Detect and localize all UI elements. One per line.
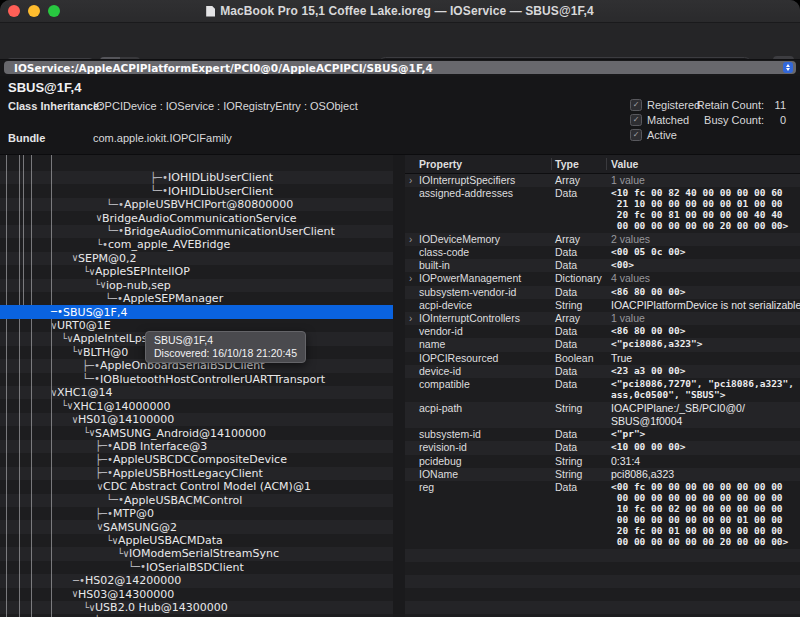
tree-item[interactable]: └─•IOHIDLibUserClient (0, 184, 393, 197)
property-value: <00> (611, 259, 800, 272)
table-row[interactable]: built-inData<00> (405, 259, 800, 272)
tree-item[interactable]: ∨ HS03@14300000 (0, 588, 393, 601)
property-value: pci8086,a323 (611, 468, 800, 481)
tree-connector-icon: ─• (51, 307, 63, 317)
property-name: revision-id (419, 441, 467, 453)
property-value: True (611, 352, 800, 365)
node-header: SBUS@1F,4 Class Inheritance: IOPCIDevice… (0, 76, 800, 154)
tree-item[interactable]: ├─•AppleUSBCDCCompositeDevice (0, 453, 393, 466)
tree-item[interactable]: ∨ BridgeAudioCommunicationService (0, 211, 393, 224)
disclosure-chevron-icon[interactable]: › (409, 272, 412, 285)
tree-connector-icon: └• (96, 240, 108, 250)
table-row[interactable]: ›IODeviceMemoryArray2 values (405, 233, 800, 246)
tree-item[interactable]: └─•IOSerialBSDClient (0, 561, 393, 574)
table-header: Property Type Value (405, 155, 800, 174)
table-row[interactable]: acpi-deviceStringIOACPIPlatformDevice is… (405, 299, 800, 312)
property-name: class-code (419, 246, 469, 258)
tree-item[interactable]: └∨ AppleSEPIntelIOP (0, 265, 393, 278)
tree-item[interactable]: ∨ HS01@14100000 (0, 413, 393, 426)
table-row[interactable]: IONameStringpci8086,a323 (405, 468, 800, 481)
minimize-button[interactable] (28, 5, 40, 17)
tree-item[interactable]: ∨ SEPM@0,2 (0, 252, 393, 265)
tooltip-detail: Discovered: 16/10/18 21:20:45 (154, 347, 297, 360)
zoom-button[interactable] (48, 5, 60, 17)
count-label: Retain Count: (697, 99, 764, 111)
tree-item-label: USB2.0 Hub@14300000 (95, 601, 228, 614)
tree-item-label: BLTH@0 (83, 346, 128, 359)
disclosure-triangle-icon[interactable]: └∨ (83, 603, 95, 613)
tree-item[interactable]: ∨ SAMSUNG@2 (0, 520, 393, 533)
tree-item[interactable]: ─•HS02@14200000 (0, 574, 393, 587)
table-row[interactable]: vendor-idData<86 80 00 00> (405, 325, 800, 338)
table-row[interactable]: ›IOPowerManagementDictionary4 values (405, 272, 800, 285)
tree-item[interactable]: └∨ SAMSUNG_Android@14100000 (0, 426, 393, 439)
property-type: Data (552, 325, 607, 338)
table-row[interactable]: regData<00 fc 00 00 00 00 00 00 00 00 00… (405, 481, 800, 548)
table-row[interactable]: pcidebugString0:31:4 (405, 455, 800, 468)
tree-guide-line (6, 155, 7, 617)
property-type: Data (552, 481, 607, 548)
property-type: Data (552, 187, 607, 233)
disclosure-triangle-icon[interactable]: └∨ (117, 549, 129, 559)
disclosure-triangle-icon[interactable]: └∨ (71, 347, 83, 357)
disclosure-triangle-icon[interactable]: └∨ (83, 267, 95, 277)
tree-item[interactable]: └─•AppleSEPManager (0, 292, 393, 305)
tree-item-selected[interactable]: ─•SBUS@1F,4 (0, 305, 393, 318)
disclosure-chevron-icon[interactable]: › (409, 174, 412, 187)
table-row[interactable]: ›IOInterruptSpecifiersArray1 value (405, 174, 800, 187)
table-row[interactable]: subsystem-idData<"pr"> (405, 428, 800, 441)
tree-item[interactable]: └∨ XHC1@14000000 (0, 399, 393, 412)
tree-item[interactable]: ├─•ADB Interface@3 (0, 440, 393, 453)
disclosure-triangle-icon[interactable]: └∨ (83, 428, 95, 438)
tree-item[interactable]: ├─•IOHIDLibUserClient (0, 171, 393, 184)
disclosure-triangle-icon[interactable]: └∨ (106, 536, 118, 546)
property-name: vendor-id (419, 325, 463, 337)
property-name: IODeviceMemory (419, 233, 500, 245)
table-row[interactable]: compatibleData<"pci8086,7270", "pci8086,… (405, 378, 800, 402)
table-row[interactable]: subsystem-vendor-idData<86 80 00 00> (405, 286, 800, 299)
property-value: <"pci8086,a323"> (611, 338, 800, 351)
column-header-value[interactable]: Value (607, 158, 800, 170)
close-button[interactable] (8, 5, 20, 17)
tree-item[interactable]: └─•AppleUSBACMControl (0, 494, 393, 507)
table-row[interactable]: class-codeData<00 05 0c 00> (405, 246, 800, 259)
tree-item[interactable]: └∨ USB2.0 Hub@14300000 (0, 601, 393, 614)
tree-guide-line (23, 155, 24, 305)
tree-item-label: IOHIDLibUserClient (168, 171, 273, 184)
disclosure-chevron-icon[interactable]: › (409, 312, 412, 325)
table-row[interactable]: IOPCIResourcedBooleanTrue (405, 352, 800, 365)
path-bar[interactable]: IOService:/AppleACPIPlatformExpert/PCI0@… (4, 61, 796, 74)
table-row[interactable]: device-idData<23 a3 00 00> (405, 365, 800, 378)
tree-item[interactable]: └─•BridgeAudioCommunicationUserClient (0, 225, 393, 238)
checkbox-icon[interactable]: ✓ (630, 114, 642, 126)
tree-item[interactable]: ∨ XHC1@14 (0, 386, 393, 399)
checkbox-icon[interactable]: ✓ (630, 129, 642, 141)
tree-item[interactable]: └∨ iop-nub,sep (0, 279, 393, 292)
tree-item-label: SAMSUNG_Android@14100000 (95, 427, 266, 440)
table-row[interactable]: nameData<"pci8086,a323"> (405, 338, 800, 351)
path-stepper-icon[interactable] (783, 62, 793, 73)
title-bar[interactable]: MacBook Pro 15,1 Coffee Lake.ioreg — IOS… (0, 0, 800, 23)
disclosure-triangle-icon[interactable]: └∨ (61, 401, 73, 411)
tree-item[interactable]: ├─•MTP@0 (0, 507, 393, 520)
tree-item[interactable]: ├─•AppleUSBHostLegacyClient (0, 467, 393, 480)
table-row[interactable]: acpi-pathStringIOACPIPlane:/_SB/PCI0@0/ … (405, 402, 800, 428)
tree-item[interactable]: └─•IOBluetoothHostControllerUARTTranspor… (0, 373, 393, 386)
table-row[interactable]: ›IOInterruptControllersArray1 value (405, 312, 800, 325)
property-value: <00 fc 00 00 00 00 00 00 00 00 00 00 00 … (611, 481, 800, 548)
disclosure-triangle-icon[interactable]: └∨ (61, 334, 73, 344)
tree-item[interactable]: └•com_apple_AVEBridge (0, 238, 393, 251)
column-header-type[interactable]: Type (552, 158, 607, 170)
tree-item[interactable]: ∨ CDC Abstract Control Model (ACM)@1 (0, 480, 393, 493)
tree-item[interactable]: └∨ AppleUSBACMData (0, 534, 393, 547)
checkbox-icon[interactable]: ✓ (630, 99, 642, 111)
tree-item[interactable]: └∨ IOModemSerialStreamSync (0, 547, 393, 560)
disclosure-triangle-icon[interactable]: └∨ (94, 280, 106, 290)
disclosure-chevron-icon[interactable]: › (409, 233, 412, 246)
column-header-property[interactable]: Property (405, 158, 552, 170)
tree-item[interactable]: └─•AppleUSBVHCIPort@80800000 (0, 198, 393, 211)
table-row[interactable]: assigned-addressesData<10 fc 00 82 40 00… (405, 187, 800, 233)
split-divider[interactable] (393, 155, 405, 617)
path-bar-row: IOService:/AppleACPIPlatformExpert/PCI0@… (0, 59, 800, 76)
table-row[interactable]: revision-idData<10 00 00 00> (405, 441, 800, 454)
